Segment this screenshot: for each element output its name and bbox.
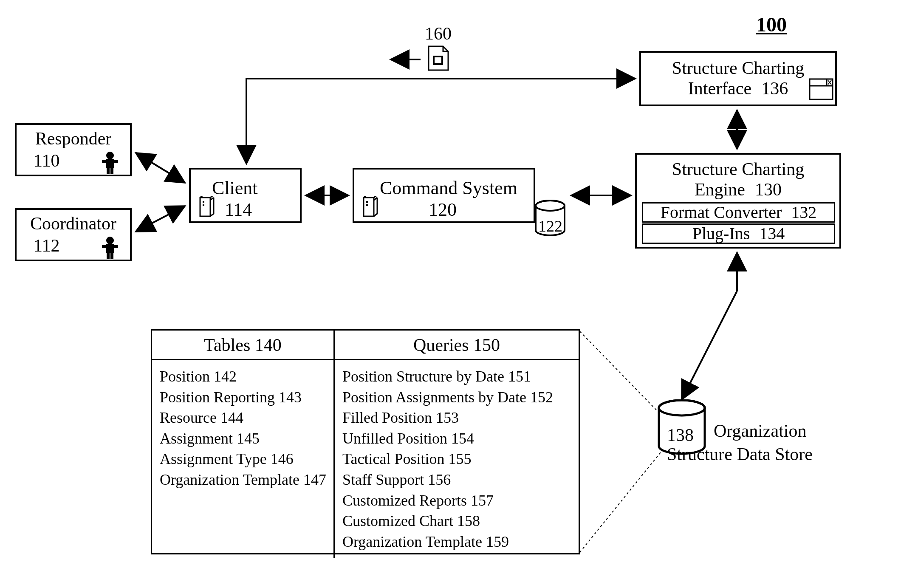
tables-row: Resource 144 [160,407,326,428]
figure-number: 100 [756,13,787,36]
server-icon [198,196,215,219]
tables-row: Assignment Type 146 [160,449,326,469]
charting-interface-line2: Interface [688,79,751,98]
dotted-top [580,331,658,412]
document-icon [427,45,450,72]
svg-rect-19 [203,201,204,203]
tables-row: Position 142 [160,366,326,387]
svg-rect-2 [102,160,106,163]
tables-header: Tables 140 [152,331,335,360]
svg-rect-8 [102,245,106,248]
svg-rect-11 [110,253,113,259]
command-system-number: 120 [429,199,457,220]
client-label: Client [212,178,258,198]
charting-interface-box: Structure Charting Interface 136 [639,51,837,106]
coordinator-number: 112 [34,236,59,255]
format-converter-label: Format Converter [661,203,782,222]
queries-header: Queries 150 [335,331,579,360]
dotted-bottom [580,452,661,552]
command-db-number: 122 [538,217,562,235]
charting-interface-line1: Structure Charting [672,58,804,78]
format-converter-number: 132 [791,203,816,222]
server-icon [362,196,379,219]
plugins-box: Plug-Ins 134 [642,223,835,244]
tables-row: Assignment 145 [160,428,326,449]
svg-rect-7 [106,244,114,253]
svg-rect-9 [114,245,118,248]
person-icon [99,236,121,260]
arrow-coordinator-client [136,206,185,232]
queries-row: Organization Template 159 [342,531,571,552]
svg-rect-5 [110,168,113,174]
responder-box: Responder 110 [15,123,132,176]
queries-row: Customized Reports 157 [342,490,571,511]
tables-row: Organization Template 147 [160,469,326,490]
person-icon [99,151,121,175]
queries-row: Customized Chart 158 [342,511,571,531]
client-box: Client 114 [189,168,302,223]
org-store-label-2: Structure Data Store [667,444,813,464]
doc-number: 160 [425,23,452,44]
queries-row: Tactical Position 155 [342,449,571,469]
responder-number: 110 [34,151,59,170]
charting-engine-line2: Engine [695,180,745,199]
arrow-engine-datastore [682,291,737,399]
svg-rect-20 [203,204,204,206]
charting-engine-box: Structure Charting Engine 130 Format Con… [635,153,841,249]
charting-engine-number: 130 [755,180,782,199]
org-db-number: 138 [667,425,694,445]
charting-engine-line1: Structure Charting [672,159,804,179]
tables-queries-panel: Tables 140 Queries 150 Position 142Posit… [151,329,580,554]
window-icon [809,78,833,100]
org-store-label-1: Organization [714,421,807,441]
plugins-label: Plug-Ins [692,224,750,243]
queries-row: Position Structure by Date 151 [342,366,571,387]
svg-rect-1 [106,159,114,168]
svg-rect-12 [200,198,210,216]
plugins-number: 134 [759,224,785,243]
command-system-box: Command System 120 [353,168,535,223]
queries-body: Position Structure by Date 151Position A… [335,360,579,558]
queries-row: Position Assignments by Date 152 [342,387,571,408]
queries-row: Filled Position 153 [342,407,571,428]
svg-rect-10 [107,253,110,259]
svg-rect-4 [107,168,110,174]
tables-body: Position 142Position Reporting 143Resour… [152,360,335,558]
svg-rect-3 [114,160,118,163]
svg-rect-21 [364,198,374,216]
queries-row: Staff Support 156 [342,469,571,490]
charting-interface-number: 136 [761,79,788,98]
command-system-label: Command System [380,178,517,198]
queries-row: Unfilled Position 154 [342,428,571,449]
coordinator-box: Coordinator 112 [15,208,132,261]
client-number: 114 [225,199,252,220]
svg-rect-33 [435,57,441,63]
svg-rect-28 [366,201,368,203]
arrow-client-interface [246,79,635,164]
arrow-responder-client [136,153,185,183]
responder-label: Responder [17,125,130,149]
coordinator-label: Coordinator [17,210,130,234]
svg-point-0 [106,152,114,159]
tables-row: Position Reporting 143 [160,387,326,408]
format-converter-box: Format Converter 132 [642,202,835,223]
svg-point-6 [106,237,114,244]
svg-rect-29 [366,204,368,206]
